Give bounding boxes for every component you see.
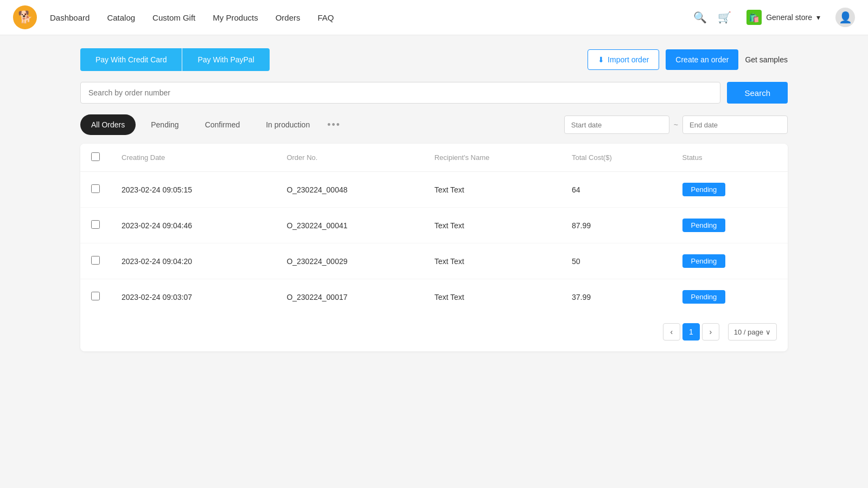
row-order-no-0: O_230224_00048 xyxy=(276,172,423,208)
pay-paypal-button[interactable]: Pay With PayPal xyxy=(182,48,269,71)
orders-table-container: Creating Date Order No. Recipient's Name… xyxy=(80,144,788,351)
user-avatar[interactable]: 👤 xyxy=(835,8,855,27)
row-order-no-1: O_230224_00041 xyxy=(276,208,423,243)
tab-all-orders[interactable]: All Orders xyxy=(80,114,136,135)
pagination: ‹ 1 › 10 / page ∨ xyxy=(80,314,788,351)
row-total-3: 37.99 xyxy=(561,279,672,315)
row-recipient-3: Text Text xyxy=(424,279,561,315)
table-row: 2023-02-24 09:04:20 O_230224_00029 Text … xyxy=(80,243,788,279)
row-checkbox-3[interactable] xyxy=(91,292,100,300)
tab-in-production[interactable]: In production xyxy=(255,114,321,135)
tabs-row: All Orders Pending Confirmed In producti… xyxy=(80,114,788,135)
col-total-cost: Total Cost($) xyxy=(561,144,672,172)
pagination-next[interactable]: › xyxy=(702,323,719,341)
payment-row: Pay With Credit Card Pay With PayPal ⬇ I… xyxy=(80,48,788,71)
search-input[interactable] xyxy=(80,82,720,104)
header-right: 🔍 🛒 🛍️ General store ▾ 👤 xyxy=(693,8,855,27)
get-samples-button[interactable]: Get samples xyxy=(745,55,788,64)
date-separator: ~ xyxy=(674,120,678,129)
cart-icon[interactable]: 🛒 xyxy=(718,11,731,24)
main-content: Pay With Credit Card Pay With PayPal ⬇ I… xyxy=(54,35,814,364)
search-button[interactable]: Search xyxy=(727,82,788,104)
row-date-3: 2023-02-24 09:03:07 xyxy=(111,279,276,315)
select-all-checkbox[interactable] xyxy=(91,152,100,161)
nav-custom-gift[interactable]: Custom Gift xyxy=(152,13,195,22)
row-date-0: 2023-02-24 09:05:15 xyxy=(111,172,276,208)
row-date-2: 2023-02-24 09:04:20 xyxy=(111,243,276,279)
nav-catalog[interactable]: Catalog xyxy=(107,13,135,22)
table-row: 2023-02-24 09:05:15 O_230224_00048 Text … xyxy=(80,172,788,208)
nav-my-products[interactable]: My Products xyxy=(213,13,258,22)
row-recipient-0: Text Text xyxy=(424,172,561,208)
nav-dashboard[interactable]: Dashboard xyxy=(50,13,90,22)
search-icon[interactable]: 🔍 xyxy=(693,11,707,24)
row-recipient-1: Text Text xyxy=(424,208,561,243)
table-row: 2023-02-24 09:04:46 O_230224_00041 Text … xyxy=(80,208,788,243)
row-total-2: 50 xyxy=(561,243,672,279)
row-status-2: Pending xyxy=(672,243,788,279)
table-body: 2023-02-24 09:05:15 O_230224_00048 Text … xyxy=(80,172,788,315)
import-label: Import order xyxy=(608,55,649,64)
tab-pending[interactable]: Pending xyxy=(140,114,189,135)
page-size-selector[interactable]: 10 / page ∨ xyxy=(728,323,777,341)
col-status: Status xyxy=(672,144,788,172)
col-creating-date: Creating Date xyxy=(111,144,276,172)
logo[interactable]: 🐕 xyxy=(13,5,37,29)
table-row: 2023-02-24 09:03:07 O_230224_00017 Text … xyxy=(80,279,788,315)
status-badge-3[interactable]: Pending xyxy=(682,290,726,304)
row-order-no-2: O_230224_00029 xyxy=(276,243,423,279)
row-order-no-3: O_230224_00017 xyxy=(276,279,423,315)
chevron-down-icon: ∨ xyxy=(765,328,771,336)
row-total-1: 87.99 xyxy=(561,208,672,243)
create-order-button[interactable]: Create an order xyxy=(666,49,738,70)
select-all-col xyxy=(80,144,111,172)
table-header: Creating Date Order No. Recipient's Name… xyxy=(80,144,788,172)
status-badge-0[interactable]: Pending xyxy=(682,183,726,196)
row-status-3: Pending xyxy=(672,279,788,315)
tab-confirmed[interactable]: Confirmed xyxy=(194,114,251,135)
header: 🐕 Dashboard Catalog Custom Gift My Produ… xyxy=(0,0,868,35)
status-badge-1[interactable]: Pending xyxy=(682,219,726,232)
row-checkbox-2[interactable] xyxy=(91,256,100,265)
row-status-0: Pending xyxy=(672,172,788,208)
pagination-page-1[interactable]: 1 xyxy=(682,323,700,341)
start-date-input[interactable] xyxy=(564,115,669,134)
date-filters: ~ xyxy=(564,115,788,134)
row-checkbox-1[interactable] xyxy=(91,220,100,229)
store-icon: 🛍️ xyxy=(746,10,762,25)
row-total-0: 64 xyxy=(561,172,672,208)
import-order-button[interactable]: ⬇ Import order xyxy=(588,49,659,70)
import-icon: ⬇ xyxy=(598,55,604,64)
nav-orders[interactable]: Orders xyxy=(276,13,301,22)
more-tabs-icon[interactable]: ••• xyxy=(327,119,341,131)
end-date-input[interactable] xyxy=(682,115,788,134)
chevron-down-icon: ▾ xyxy=(816,13,820,22)
logo-icon: 🐕 xyxy=(13,5,37,29)
store-name: General store xyxy=(766,13,812,22)
col-order-no: Order No. xyxy=(276,144,423,172)
pagination-prev[interactable]: ‹ xyxy=(663,323,680,341)
row-checkbox-0[interactable] xyxy=(91,184,100,193)
status-badge-2[interactable]: Pending xyxy=(682,254,726,268)
pay-credit-card-button[interactable]: Pay With Credit Card xyxy=(80,48,182,71)
row-recipient-2: Text Text xyxy=(424,243,561,279)
main-nav: Dashboard Catalog Custom Gift My Product… xyxy=(50,13,334,22)
page-size-label: 10 / page xyxy=(734,328,763,336)
search-row: Search xyxy=(80,82,788,104)
row-date-1: 2023-02-24 09:04:46 xyxy=(111,208,276,243)
action-buttons: ⬇ Import order Create an order Get sampl… xyxy=(588,49,788,70)
store-selector[interactable]: 🛍️ General store ▾ xyxy=(742,8,825,27)
nav-faq[interactable]: FAQ xyxy=(317,13,334,22)
col-recipient-name: Recipient's Name xyxy=(424,144,561,172)
row-status-1: Pending xyxy=(672,208,788,243)
orders-table: Creating Date Order No. Recipient's Name… xyxy=(80,144,788,314)
